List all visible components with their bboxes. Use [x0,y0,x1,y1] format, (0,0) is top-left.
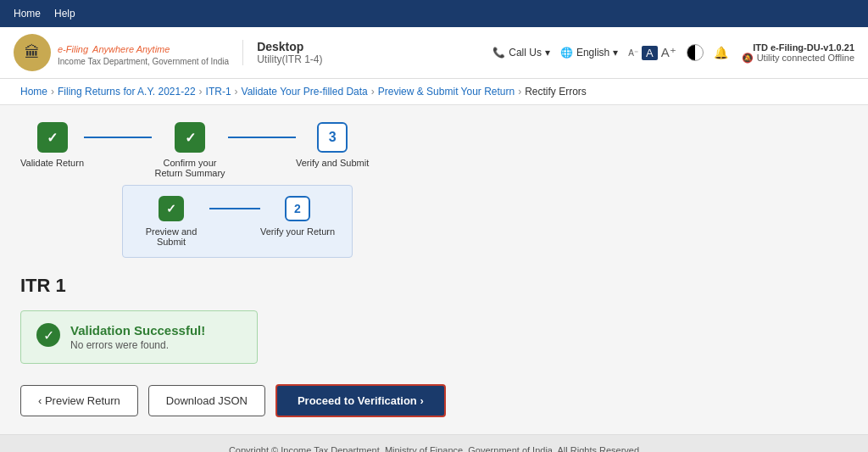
header-right: 📞 Call Us ▾ 🌐 English ▾ A⁻ A A⁺ 🔔 ITD e-… [492,42,854,64]
call-us-chevron: ▾ [545,47,550,59]
font-medium-button[interactable]: A [642,46,658,60]
breadcrumb-home[interactable]: Home [20,86,47,98]
step-2-circle: ✓ [175,122,205,153]
nav-home[interactable]: Home [14,8,41,20]
validation-check-icon: ✓ [36,323,60,347]
notification-icon: 🔔 [714,46,728,59]
main-content: ✓ Validate Return ✓ Confirm your Return … [0,105,868,434]
language-button[interactable]: 🌐 English ▾ [560,47,618,59]
proceed-verification-button[interactable]: Proceed to Verification › [275,384,446,417]
header-left: 🏛 e-Filing Anywhere Anytime Income Tax D… [14,34,322,71]
action-buttons: ‹ Preview Return Download JSON Proceed t… [20,384,848,417]
sep2: › [199,86,203,98]
du-title: Desktop [257,40,322,53]
connection-status: 🔕 Utility connected Offline [742,53,854,64]
validation-text: Validation Successful! No errors were fo… [70,323,205,351]
sep4: › [371,86,375,98]
globe-icon: 🌐 [560,47,573,59]
step-3-label: Verify and Submit [296,158,369,168]
logo-text: e-Filing Anywhere Anytime Income Tax Dep… [58,39,229,66]
step-2: ✓ Confirm your Return Summary [152,122,228,178]
step-1-circle: ✓ [37,122,68,153]
sub-step-1: ✓ Preview and Submit [133,196,209,247]
breadcrumb-itr1[interactable]: ITR-1 [206,86,231,98]
version-text: ITD e-Filing-DU-v1.0.21 [742,42,854,53]
sub-step-1-label: Preview and Submit [133,226,209,247]
sub-step-2-label: Verify your Return [260,226,335,237]
breadcrumb-filing[interactable]: Filing Returns for A.Y. 2021-22 [58,86,196,98]
font-large-button[interactable]: A⁺ [661,45,676,60]
du-sub: Utility(ITR 1-4) [257,53,322,65]
preview-return-button[interactable]: ‹ Preview Return [20,385,138,416]
sep5: › [518,86,521,98]
sub-step-line [209,208,260,209]
logo-area: 🏛 e-Filing Anywhere Anytime Income Tax D… [14,34,229,71]
validation-message: No errors were found. [70,339,205,351]
footer: Copyright © Income Tax Department, Minis… [0,434,868,452]
itr-title: ITR 1 [20,275,848,297]
nav-help[interactable]: Help [54,8,75,20]
dept-name: Income Tax Department, Government of Ind… [58,57,229,66]
sep3: › [235,86,238,98]
footer-text: Copyright © Income Tax Department, Minis… [229,445,639,452]
step-3-circle: 3 [317,122,348,153]
step-1: ✓ Validate Return [20,122,84,168]
header: 🏛 e-Filing Anywhere Anytime Income Tax D… [0,27,868,79]
contrast-button[interactable] [687,44,704,61]
step-3: 3 Verify and Submit [296,122,369,168]
header-controls: 📞 Call Us ▾ 🌐 English ▾ A⁻ A A⁺ 🔔 [492,44,727,61]
lang-chevron: ▾ [613,47,618,59]
offline-icon: 🔕 [742,53,754,64]
breadcrumb-validate[interactable]: Validate Your Pre-filled Data [242,86,368,98]
step-1-label: Validate Return [20,158,84,168]
breadcrumb: Home › Filing Returns for A.Y. 2021-22 ›… [0,79,868,105]
breadcrumb-preview[interactable]: Preview & Submit Your Return [378,86,515,98]
efiling-tagline: Anywhere Anytime [92,44,170,54]
phone-icon: 📞 [492,47,505,59]
sep1: › [51,86,54,98]
desktop-utility: Desktop Utility(ITR 1-4) [242,40,322,65]
call-us-button[interactable]: 📞 Call Us ▾ [492,47,550,59]
step-line-2 [228,137,296,138]
outer-stepper: ✓ Validate Return ✓ Confirm your Return … [20,122,848,178]
download-json-button[interactable]: Download JSON [148,385,265,416]
validation-box: ✓ Validation Successful! No errors were … [20,310,258,364]
step-line-1 [84,137,152,138]
top-navbar: Home Help [0,0,868,27]
breadcrumb-current: Rectify Errors [525,86,587,98]
validation-title: Validation Successful! [70,323,205,338]
sub-step-2: 2 Verify your Return [260,196,335,237]
step-2-label: Confirm your Return Summary [152,158,228,178]
efiling-brand: e-Filing Anywhere Anytime [58,39,229,57]
itd-info: ITD e-Filing-DU-v1.0.21 🔕 Utility connec… [742,42,854,64]
sub-step-2-circle: 2 [285,196,310,221]
emblem-icon: 🏛 [14,34,51,71]
font-controls: A⁻ A A⁺ [628,45,676,60]
sub-stepper-box: ✓ Preview and Submit 2 Verify your Retur… [122,185,353,258]
font-small-button[interactable]: A⁻ [628,48,638,58]
sub-step-1-circle: ✓ [159,196,184,221]
